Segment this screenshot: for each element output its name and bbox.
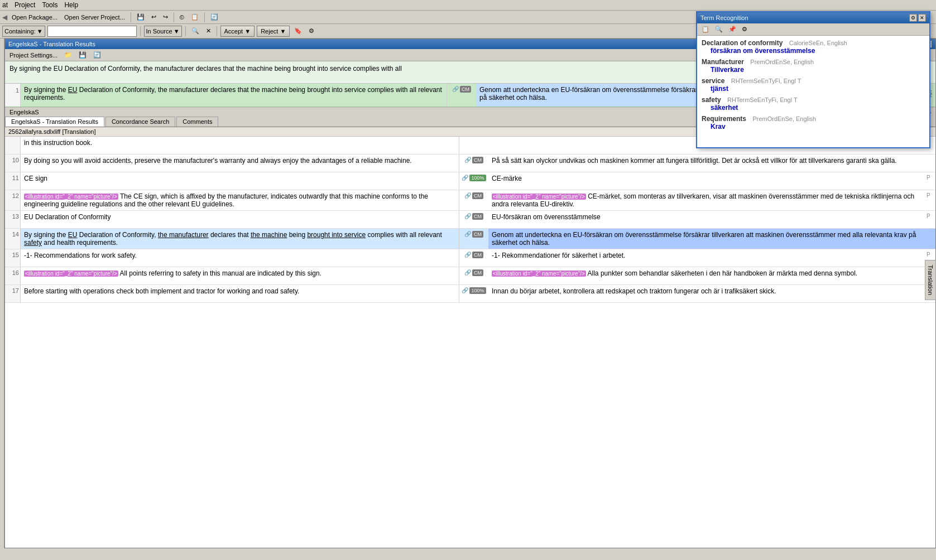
- open-server-button[interactable]: Open Server Project...: [62, 13, 127, 22]
- row-source-16[interactable]: <illustration id="_2" name="picture"/> A…: [21, 267, 459, 284]
- row-source-12[interactable]: <illustration id="_2" name="picture"/> T…: [21, 190, 459, 210]
- term-toolbar-btn-3[interactable]: 📌: [726, 25, 738, 34]
- settings-icon[interactable]: ⚙: [306, 26, 316, 36]
- row-source-10[interactable]: By doing so you will avoid accidents, pr…: [21, 155, 459, 172]
- row-target-14[interactable]: Genom att underteckna en EU-försäkran om…: [488, 229, 927, 249]
- translation-table: in this instruction book. 10 By doing so…: [5, 137, 935, 548]
- row-target-13[interactable]: EU-försäkran om överensstämmelse: [488, 211, 927, 228]
- bookmark-icon[interactable]: 🔖: [292, 26, 304, 36]
- row-target-17[interactable]: Innan du börjar arbetet, kontrollera att…: [488, 285, 927, 302]
- row-source-11[interactable]: CE sign: [21, 172, 459, 190]
- pct-badge-17: 100%: [469, 287, 486, 294]
- target-text-13: EU-försäkran om överensstämmelse: [492, 213, 601, 221]
- term-panel-close-button[interactable]: ✕: [918, 14, 926, 22]
- row-source[interactable]: in this instruction book.: [21, 137, 459, 154]
- cm-badge-15: CM: [472, 252, 483, 258]
- term-row-4: safety RHTermSeEnTyFi, Engl T säkerhet: [702, 96, 925, 112]
- term-row-2: Manufacturer PremOrdEnSe, English Tillve…: [702, 58, 925, 74]
- settings-icon-3[interactable]: 🔄: [91, 50, 103, 60]
- row-source-17[interactable]: Before starting with operations check bo…: [21, 285, 459, 302]
- term-3-translation: tjänst: [711, 85, 925, 93]
- row-target-15[interactable]: -1- Rekommendationer för säkerhet i arbe…: [488, 249, 927, 267]
- term-5-name: Requirements: [702, 115, 746, 123]
- row-num-11: 11: [5, 172, 21, 190]
- tab-comments[interactable]: Comments: [176, 117, 218, 127]
- source-text-14: By signing the EU Declaration of Conform…: [24, 231, 442, 247]
- term-toolbar-btn-4[interactable]: ⚙: [740, 25, 750, 34]
- term-row-3: service RHTermSeEnTyFi, Engl T tjänst: [702, 77, 925, 93]
- menu-bar: at Project Tools Help: [0, 0, 936, 11]
- translate-icon[interactable]: 🔄: [208, 12, 220, 22]
- containing-dropdown[interactable]: Containing: ▼: [2, 26, 45, 37]
- term-toolbar-btn-2[interactable]: 🔍: [713, 25, 725, 34]
- separator-2: [174, 12, 174, 22]
- save-icon[interactable]: 💾: [135, 12, 147, 22]
- row-status-10: 🔗 CM: [459, 155, 488, 172]
- accept-label: Accept: [224, 28, 243, 35]
- table-row: 13 EU Declaration of Conformity 🔗 CM EU-…: [5, 211, 935, 229]
- top-cm-badge: CM: [460, 86, 471, 93]
- copy-icon[interactable]: ©: [177, 13, 186, 22]
- target-text-14: Genom att underteckna en EU-försäkran om…: [492, 231, 916, 247]
- cm-badge-13: CM: [472, 213, 483, 220]
- row-status-16: 🔗 CM: [459, 267, 488, 284]
- term-panel-content: Declaration of conformity CalorieSeEn, E…: [697, 36, 929, 147]
- project-settings-button[interactable]: Project Settings...: [7, 51, 60, 60]
- target-text-11: CE-märke: [492, 175, 522, 182]
- separator-3: [204, 12, 205, 22]
- menu-project[interactable]: Project: [15, 1, 35, 9]
- row-num-10: 10: [5, 155, 21, 172]
- open-package-button[interactable]: Open Package...: [9, 13, 60, 22]
- row-target-10[interactable]: På så sätt kan olyckor undvikas och mask…: [488, 155, 927, 172]
- row-status-13: 🔗 CM: [459, 211, 488, 228]
- redo-icon[interactable]: ↪: [161, 12, 170, 22]
- row-pp-13: P: [927, 211, 935, 228]
- accept-arrow-icon: ▼: [244, 28, 251, 35]
- row-status-11: 🔗 100%: [459, 172, 488, 190]
- row-source-15[interactable]: -1- Recommendations for work safety.: [21, 249, 459, 267]
- back-icon: ◀: [2, 13, 7, 21]
- term-4-name: safety: [702, 96, 721, 104]
- status-icon-14: 🔗: [464, 231, 471, 237]
- row-source-14[interactable]: By signing the EU Declaration of Conform…: [21, 229, 459, 249]
- reject-button[interactable]: Reject ▼: [257, 26, 290, 37]
- row-target-16[interactable]: <illustration id="_2" name="picture"/> A…: [488, 267, 927, 284]
- right-panel-tab[interactable]: Translation: [925, 260, 936, 300]
- table-row: 12 <illustration id="_2" name="picture"/…: [5, 190, 935, 211]
- top-source-text: By signing the EU Declaration of Conform…: [24, 86, 442, 102]
- row-num-13: 13: [5, 211, 21, 228]
- containing-label: Containing:: [4, 28, 36, 35]
- term-toolbar-btn-1[interactable]: 📋: [699, 25, 712, 34]
- row-num: [5, 137, 21, 154]
- menu-help[interactable]: Help: [64, 1, 78, 9]
- top-segment-status: 🔗 CM: [447, 84, 476, 107]
- settings-icon-1[interactable]: 📁: [62, 50, 74, 60]
- clear-icon[interactable]: ✕: [204, 26, 213, 36]
- row-num-15: 15: [5, 249, 21, 267]
- undo-icon[interactable]: ↩: [149, 12, 159, 22]
- menu-tools[interactable]: Tools: [42, 1, 57, 9]
- row-target-11[interactable]: CE-märke: [488, 172, 927, 190]
- tab-concordance[interactable]: Concordance Search: [105, 117, 175, 127]
- menu-at[interactable]: at: [2, 1, 8, 9]
- cm-badge-12: CM: [472, 192, 483, 199]
- term-3-source: RHTermSeEnTyFi, Engl T: [731, 78, 801, 84]
- settings-icon-2[interactable]: 💾: [76, 50, 89, 60]
- sep-search: [140, 26, 141, 36]
- row-target-12[interactable]: <illustration id="_2" name="picture"/> C…: [488, 190, 927, 210]
- accept-button[interactable]: Accept ▼: [220, 26, 255, 37]
- source-text-15: -1- Recommendations for work safety.: [24, 252, 137, 259]
- row-status: [459, 137, 488, 154]
- row-source-13[interactable]: EU Declaration of Conformity: [21, 211, 459, 228]
- term-panel-settings-button[interactable]: ⚙: [909, 14, 917, 22]
- paste-icon[interactable]: 📋: [189, 12, 201, 22]
- term-5-source: PremOrdEnSe, English: [752, 115, 816, 122]
- row-pp-11: P: [927, 172, 935, 190]
- search-input[interactable]: [47, 26, 137, 37]
- filter-icon[interactable]: 🔍: [189, 26, 201, 36]
- in-source-dropdown[interactable]: In Source ▼: [144, 26, 182, 37]
- term-3-name: service: [702, 77, 724, 85]
- panel-title: EngelskaS - Translation Results: [8, 41, 95, 47]
- term-2-name: Manufacturer: [702, 58, 744, 66]
- tab-translation-results[interactable]: EngelskaS - Translation Results: [5, 117, 104, 127]
